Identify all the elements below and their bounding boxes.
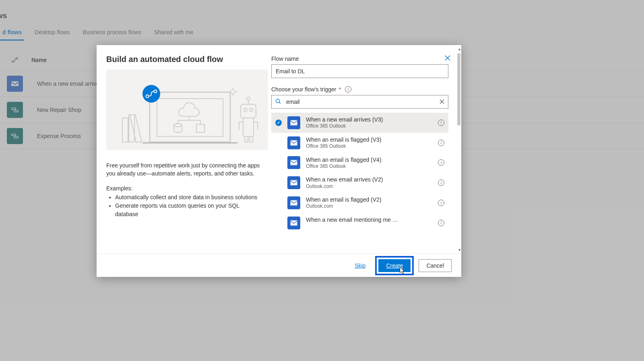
- search-icon: [275, 99, 281, 105]
- svg-line-35: [279, 102, 281, 104]
- trigger-name: When an email is flagged (V2): [306, 196, 398, 203]
- info-icon[interactable]: i: [438, 159, 444, 166]
- trigger-connector: Office 365 Outlook: [306, 163, 438, 170]
- scroll-down-arrow[interactable]: ▾: [458, 248, 460, 252]
- build-flow-dialog: Build an automated cloud flow: [97, 45, 461, 277]
- trigger-label: Choose your flow's trigger * i: [271, 86, 448, 93]
- outlook-connector-icon: [287, 176, 300, 189]
- dialog-footer: Skip Create Cancel: [97, 254, 461, 277]
- info-icon[interactable]: i: [438, 120, 444, 126]
- trigger-name: When an email is flagged (V4): [306, 156, 398, 163]
- info-icon[interactable]: i: [438, 179, 444, 186]
- radio-checked-icon[interactable]: [275, 120, 282, 126]
- trigger-connector: Outlook.com: [306, 203, 438, 210]
- illustration: [106, 70, 268, 150]
- trigger-name: When a new email arrives (V3): [306, 116, 398, 123]
- outlook-connector-icon: [287, 217, 300, 229]
- svg-rect-22: [241, 104, 256, 118]
- trigger-list: When a new email arrives (V3)Office 365 …: [271, 113, 448, 254]
- svg-rect-8: [157, 99, 223, 136]
- radio-placeholder[interactable]: [275, 159, 282, 166]
- cancel-button[interactable]: Cancel: [419, 259, 452, 272]
- radio-placeholder[interactable]: [275, 140, 282, 146]
- trigger-search-input[interactable]: [271, 95, 448, 109]
- svg-rect-20: [122, 118, 128, 142]
- create-button[interactable]: Create: [378, 259, 411, 272]
- radio-placeholder[interactable]: [275, 179, 282, 186]
- svg-rect-29: [250, 136, 253, 142]
- info-icon[interactable]: i: [438, 140, 444, 146]
- svg-point-26: [247, 97, 250, 100]
- scroll-up-arrow[interactable]: ▴: [458, 47, 460, 51]
- svg-point-34: [276, 99, 280, 103]
- trigger-name: When a new email mentioning me a...: [306, 216, 398, 223]
- outlook-connector-icon: [287, 196, 300, 209]
- trigger-connector: Office 365 Outlook: [306, 123, 438, 130]
- svg-rect-7: [150, 92, 230, 142]
- svg-rect-42: [291, 200, 297, 206]
- svg-point-15: [174, 124, 182, 127]
- svg-rect-27: [243, 118, 254, 136]
- create-button-highlight: Create: [375, 256, 414, 275]
- dialog-description: Free yourself from repetitive work just …: [106, 161, 262, 178]
- trigger-item[interactable]: When a new email mentioning me a...Outlo…: [271, 213, 448, 230]
- scroll-thumb[interactable]: [457, 53, 460, 126]
- info-icon[interactable]: i: [438, 220, 444, 226]
- trigger-item[interactable]: When a new email arrives (V2)Outlook.com…: [271, 173, 448, 193]
- info-icon[interactable]: i: [345, 86, 351, 93]
- svg-point-24: [250, 108, 253, 111]
- info-icon[interactable]: i: [438, 200, 444, 206]
- trigger-connector: Office 365 Outlook: [306, 143, 438, 150]
- outlook-connector-icon: [287, 116, 300, 129]
- svg-point-23: [244, 108, 247, 111]
- trigger-item[interactable]: When an email is flagged (V2)Outlook.com…: [271, 193, 448, 213]
- dialog-left-pane: Build an automated cloud flow: [106, 55, 271, 254]
- svg-rect-39: [291, 140, 297, 145]
- clear-search-icon[interactable]: [440, 99, 444, 105]
- radio-placeholder[interactable]: [275, 220, 282, 226]
- svg-rect-21: [129, 115, 134, 142]
- trigger-item[interactable]: When a new email arrives (V3)Office 365 …: [271, 113, 448, 133]
- trigger-item[interactable]: When an email is flagged (V4)Office 365 …: [271, 153, 448, 173]
- examples-list: Automatically collect and store data in …: [106, 193, 262, 219]
- svg-rect-38: [291, 120, 297, 125]
- svg-rect-16: [196, 124, 204, 132]
- svg-rect-43: [291, 220, 297, 225]
- svg-rect-40: [291, 160, 297, 165]
- radio-placeholder[interactable]: [275, 200, 282, 206]
- dialog-title: Build an automated cloud flow: [106, 55, 223, 64]
- flow-name-input[interactable]: [271, 64, 448, 78]
- trigger-item[interactable]: When an email is flagged (V3)Office 365 …: [271, 133, 448, 153]
- outlook-connector-icon: [287, 136, 300, 149]
- trigger-name: When a new email arrives (V2): [306, 176, 398, 183]
- flow-name-label: Flow name: [271, 56, 448, 62]
- svg-rect-28: [245, 136, 248, 142]
- trigger-connector: Outlook.com: [306, 184, 438, 190]
- outlook-connector-icon: [287, 156, 300, 169]
- examples-label: Examples:: [106, 185, 262, 192]
- dialog-scrollbar[interactable]: ▴ ▾: [456, 47, 460, 251]
- dialog-right-pane: Flow name Choose your flow's trigger * i…: [271, 55, 456, 254]
- trigger-name: When an email is flagged (V3): [306, 136, 398, 143]
- example-item: Automatically collect and store data in …: [115, 193, 262, 202]
- example-item: Generate reports via custom queries on y…: [115, 202, 262, 219]
- required-asterisk: *: [339, 86, 341, 93]
- skip-button[interactable]: Skip: [350, 259, 370, 272]
- svg-rect-41: [291, 180, 297, 186]
- close-button[interactable]: [441, 52, 454, 64]
